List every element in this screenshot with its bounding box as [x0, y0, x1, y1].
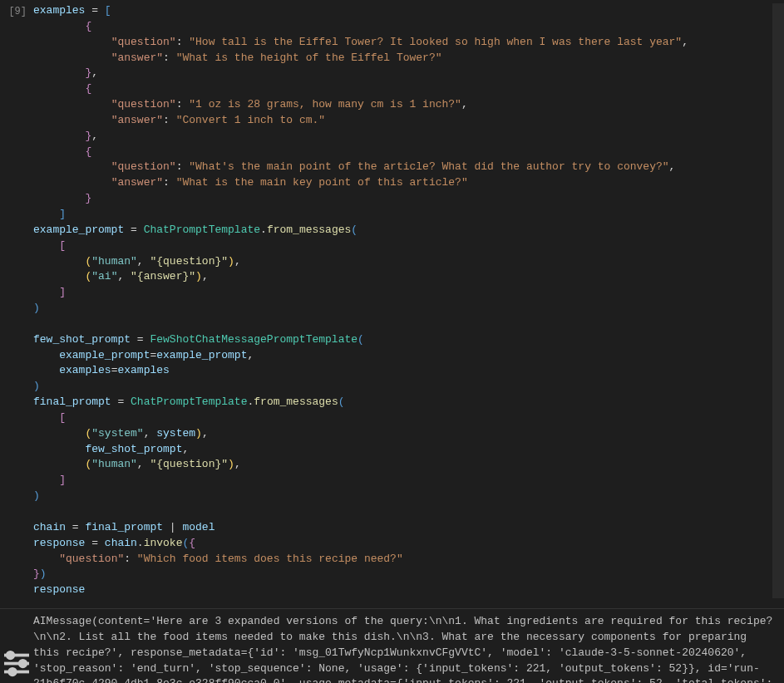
template-string: "{question}" — [150, 458, 228, 470]
json-key: "answer" — [111, 176, 163, 189]
brace-close: } — [85, 192, 91, 204]
notebook: [9] examples = [ { "question": "How tall… — [0, 0, 784, 683]
identifier: chain — [33, 521, 66, 533]
scrollbar-track[interactable] — [772, 3, 784, 598]
string-literal: "Which food items does this recipe need?… — [137, 553, 403, 565]
svg-point-5 — [9, 669, 16, 676]
string-literal: "How tall is the Eiffel Tower? It looked… — [189, 36, 682, 48]
bracket-open: [ — [59, 239, 66, 252]
brace-open: { — [85, 145, 91, 158]
identifier: chain — [105, 537, 137, 549]
identifier: few_shot_prompt — [33, 333, 131, 346]
string-literal: "system" — [91, 427, 143, 440]
bracket-open: [ — [105, 4, 111, 17]
svg-point-3 — [7, 652, 14, 659]
identifier: example_prompt — [156, 349, 247, 361]
brace-open: { — [85, 20, 91, 32]
template-string: "{question}" — [150, 255, 228, 268]
kwarg: examples — [59, 364, 111, 376]
identifier: few_shot_prompt — [85, 443, 182, 455]
string-literal: "human" — [91, 255, 137, 268]
json-key: "answer" — [111, 114, 163, 126]
bracket-close: ] — [59, 208, 66, 220]
string-literal: "What's the main point of the article? W… — [189, 160, 668, 173]
json-key: "question" — [59, 553, 124, 565]
operator-eq: = — [85, 4, 104, 17]
method-name: from_messages — [267, 224, 351, 236]
string-literal: "1 oz is 28 grams, how many cm is 1 inch… — [189, 98, 461, 111]
output-toggle-icon[interactable] — [0, 614, 33, 683]
code-cell[interactable]: [9] examples = [ { "question": "How tall… — [0, 0, 784, 602]
json-key: "question" — [111, 98, 176, 111]
json-key: "question" — [111, 36, 176, 48]
identifier: system — [156, 427, 195, 440]
pipe-operator: | — [163, 521, 182, 533]
class-name: ChatPromptTemplate — [144, 224, 260, 236]
json-key: "answer" — [111, 52, 163, 64]
bracket-close: ] — [59, 286, 66, 298]
string-literal: "What is the main key point of this arti… — [176, 176, 468, 189]
class-name: FewShotChatMessagePromptTemplate — [150, 333, 357, 346]
identifier: examples — [33, 4, 85, 17]
code-editor[interactable]: examples = [ { "question": "How tall is … — [33, 3, 772, 598]
identifier: examples — [117, 364, 169, 376]
class-name: ChatPromptTemplate — [131, 396, 247, 408]
string-literal: "Convert 1 inch to cm." — [176, 114, 325, 126]
output-cell: AIMessage(content='Here are 3 expanded v… — [0, 608, 784, 683]
json-key: "question" — [111, 160, 176, 173]
kwarg: example_prompt — [59, 349, 150, 361]
identifier: final_prompt — [33, 396, 111, 408]
identifier: model — [182, 521, 214, 533]
svg-point-4 — [20, 661, 27, 667]
output-text: AIMessage(content='Here are 3 expanded v… — [33, 614, 784, 683]
method-name: from_messages — [254, 396, 338, 408]
identifier: example_prompt — [33, 224, 124, 236]
identifier: final_prompt — [85, 521, 163, 533]
string-literal: "What is the height of the Eiffel Tower?… — [176, 52, 442, 64]
template-string: "{answer}" — [131, 270, 195, 283]
identifier: response — [33, 537, 85, 549]
brace-open: { — [85, 82, 91, 95]
string-literal: "human" — [91, 458, 137, 470]
paren-open: ( — [351, 224, 357, 236]
identifier: response — [33, 583, 85, 596]
string-literal: "ai" — [91, 270, 117, 283]
paren-close: ) — [33, 302, 40, 314]
method-name: invoke — [144, 537, 183, 549]
cell-exec-count: [9] — [0, 3, 33, 598]
sliders-icon — [0, 619, 33, 683]
